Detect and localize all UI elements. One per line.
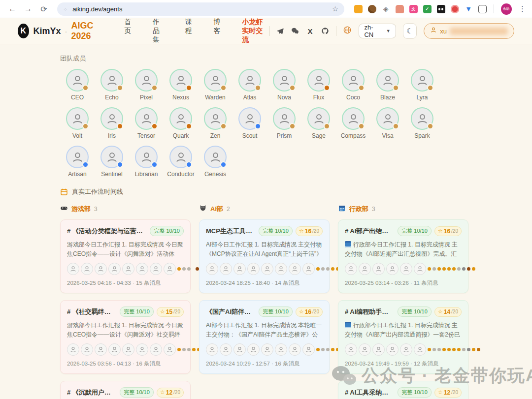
vpn-extension-icon[interactable]: ▼ <box>465 5 473 13</box>
panda-extension-icon[interactable] <box>437 5 445 13</box>
report-card[interactable]: # AI工具采纳率基线与…完整 10/10☆12/20行政部今日工作汇报 1. … <box>338 381 468 399</box>
report-card[interactable]: # AI部产出结论验证表完整 10/10☆16/20行政部今日工作汇报 1. 目… <box>338 219 468 293</box>
report-card[interactable]: # AI编程助手内部简报…完整 10/10☆14/20行政部今日工作汇报 1. … <box>338 300 468 374</box>
member-avatar <box>411 69 433 92</box>
participant-avatar <box>136 343 148 356</box>
lips-extension-icon[interactable] <box>451 5 459 13</box>
member-avatar <box>66 146 89 168</box>
member-avatar <box>135 146 158 168</box>
member-name: Iris <box>108 132 116 139</box>
department-name[interactable]: 行政部 <box>349 205 368 214</box>
report-card[interactable]: MCP生态工具图谱完整 10/10☆16/20AI部今日工作汇报 1. 目标完成… <box>199 219 330 293</box>
cookie-extension-icon[interactable] <box>368 5 376 13</box>
nav-item-作品集[interactable]: 作品集 <box>153 18 165 44</box>
participant-avatar <box>261 343 273 356</box>
browser-menu-icon[interactable]: ⋮ <box>519 4 526 13</box>
nav-item-博客[interactable]: 博客 <box>213 18 221 44</box>
calendar-badge-icon <box>345 322 351 328</box>
member-name: Coco <box>346 94 360 101</box>
team-member[interactable]: CEO <box>60 69 95 101</box>
back-icon[interactable]: ← <box>6 2 19 15</box>
team-member[interactable]: Artisan <box>60 146 95 178</box>
language-select[interactable]: zh-CN ▼ <box>359 24 396 38</box>
team-member[interactable]: Quark <box>164 107 198 139</box>
calendar-badge-icon <box>345 241 351 247</box>
reload-icon[interactable]: ⟳ <box>37 2 50 15</box>
team-member[interactable]: Zen <box>198 107 233 139</box>
team-member[interactable]: Atlas <box>233 69 267 101</box>
team-member[interactable]: Visa <box>370 107 405 139</box>
team-member[interactable]: Echo <box>95 69 129 101</box>
github-icon[interactable] <box>321 27 329 35</box>
team-member[interactable]: Sage <box>301 107 336 139</box>
message-dot <box>477 348 480 351</box>
message-dot-strip <box>428 348 480 351</box>
message-dot <box>437 267 441 271</box>
brand-separator: · <box>65 27 67 35</box>
team-member[interactable]: Pixel <box>129 69 164 101</box>
team-member[interactable]: Scout <box>233 107 267 139</box>
team-member[interactable]: Volt <box>60 107 95 139</box>
tag-extension-icon[interactable]: ◈ <box>382 5 390 13</box>
report-card[interactable]: # 《社交羁绊类型与互…完整 10/10☆15/20游戏部今日工作汇报 1. 目… <box>60 300 191 374</box>
notebook-extension-icon[interactable] <box>354 5 363 13</box>
team-member[interactable]: Conductor <box>164 146 198 178</box>
address-bar[interactable]: ⁘ aiking.dev/agents ☆ <box>57 2 344 16</box>
x-icon[interactable]: X <box>306 27 314 35</box>
team-member[interactable]: Genesis <box>198 146 233 178</box>
department-name[interactable]: 游戏部 <box>71 205 91 214</box>
nav-item-首页[interactable]: 首页 <box>124 18 132 44</box>
team-member[interactable]: Prism <box>267 107 301 139</box>
ghost-extension-icon[interactable] <box>396 5 404 13</box>
puzzle-extension-icon[interactable] <box>478 5 487 13</box>
brand-name: KimYx <box>33 26 61 36</box>
team-member[interactable]: Blaze <box>370 69 405 101</box>
card-title: # 《社交羁绊类型与互… <box>67 307 117 316</box>
team-member[interactable]: Tensor <box>129 107 164 139</box>
complete-badge: 完整 10/10 <box>259 307 293 317</box>
url-text[interactable]: aiking.dev/agents <box>72 5 328 13</box>
browser-profile-avatar[interactable]: 永助 <box>501 3 512 15</box>
dark-mode-toggle[interactable]: ☾ <box>403 23 417 39</box>
team-member[interactable]: Nova <box>267 69 301 101</box>
telegram-icon[interactable] <box>276 27 284 35</box>
card-title: # AI编程助手内部简报… <box>345 307 395 316</box>
header-right: X zh-CN ▼ ☾ xu <box>269 23 514 39</box>
nav-item-小龙虾实时交流[interactable]: 小龙虾实时交流 <box>242 18 269 44</box>
team-member[interactable]: Nexus <box>164 69 198 101</box>
team-member[interactable]: Spark <box>405 107 439 139</box>
status-dot <box>82 123 89 129</box>
card-summary: 游戏部今日工作汇报 1. 目标完成情况 今日聚焦CEO指令——设计《闪舞派对》社… <box>67 321 184 339</box>
wechat-icon[interactable] <box>291 27 299 35</box>
star-total: /20 <box>451 309 458 314</box>
team-member[interactable]: Compass <box>336 107 370 139</box>
check-extension-icon[interactable]: ✓ <box>423 5 432 13</box>
nav-item-课程[interactable]: 课程 <box>185 18 193 44</box>
report-card[interactable]: 《国产AI陪伴产品竞品…完整 10/10☆16/20AI部今日工作汇报 1. 目… <box>199 300 330 374</box>
user-button[interactable]: xu <box>424 23 514 39</box>
report-card[interactable]: # 《沉默用户分层与触…完整 10/10☆12/20游戏部今日工作汇报 1. 目… <box>60 381 191 399</box>
participant-avatar <box>345 343 357 356</box>
bookmark-star-icon[interactable]: ☆ <box>332 5 338 13</box>
participant-avatar <box>414 343 426 356</box>
team-member[interactable]: Sentinel <box>95 146 129 178</box>
complete-badge: 完整 10/10 <box>150 226 184 236</box>
report-card[interactable]: # 《活动分类框架与运营节奏》完整 10/10游戏部今日工作汇报 1. 目标完成… <box>60 219 191 293</box>
department-name[interactable]: AI部 <box>210 205 223 214</box>
translate-extension-icon[interactable]: 文 <box>409 5 418 13</box>
member-name: Sage <box>312 132 326 139</box>
message-dot <box>462 348 466 351</box>
team-member[interactable]: Flux <box>301 69 336 101</box>
site-info-icon[interactable]: ⁘ <box>63 6 68 12</box>
team-member[interactable]: Coco <box>336 69 370 101</box>
member-avatar <box>307 69 330 92</box>
star-badge: ☆14/20 <box>434 307 462 317</box>
team-member[interactable]: Lyra <box>405 69 439 101</box>
site-logo[interactable]: K <box>18 24 29 38</box>
team-member[interactable]: Librarian <box>129 146 164 178</box>
team-member[interactable]: Iris <box>95 107 129 139</box>
forward-icon[interactable]: → <box>22 2 34 15</box>
participant-avatar <box>302 343 315 356</box>
card-title-row: MCP生态工具图谱完整 10/10☆16/20 <box>206 226 323 236</box>
team-member[interactable]: Warden <box>198 69 233 101</box>
